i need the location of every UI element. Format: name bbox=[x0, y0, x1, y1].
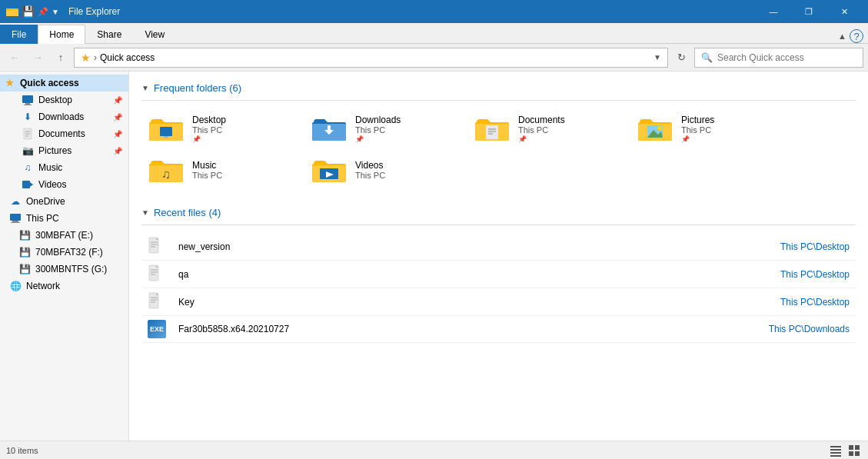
sidebar-label-network: Network bbox=[26, 281, 60, 291]
ribbon-tabs: File Home Share View ▲ ? bbox=[0, 23, 868, 44]
folder-documents-text: Documents This PC 📌 bbox=[518, 115, 565, 143]
sidebar-item-quick-access[interactable]: ★ Quick access bbox=[0, 75, 128, 91]
quick-access-icon: ★ bbox=[3, 77, 15, 89]
installer-icon: EXE bbox=[148, 320, 166, 338]
sidebar-label-30mbfat: 30MBFAT (E:) bbox=[35, 230, 93, 241]
recent-files-header[interactable]: ▼ Recent files (4) bbox=[141, 202, 856, 225]
svg-rect-2 bbox=[22, 95, 33, 103]
sidebar-label-videos: Videos bbox=[38, 179, 66, 190]
doc-icon bbox=[148, 237, 163, 254]
sidebar-item-videos[interactable]: Videos bbox=[0, 176, 128, 193]
folder-documents[interactable]: Documents This PC 📌 bbox=[467, 108, 629, 148]
table-row[interactable]: EXE Far30b5858.x64.20210727 This PC\Down… bbox=[141, 316, 856, 343]
svg-rect-15 bbox=[160, 127, 172, 136]
folder-videos[interactable]: Videos This PC bbox=[304, 150, 466, 190]
svg-rect-52 bbox=[855, 451, 860, 456]
sidebar-item-network[interactable]: 🌐 Network bbox=[0, 278, 128, 294]
sidebar-item-30mbfat[interactable]: 💾 30MBFAT (E:) bbox=[0, 227, 128, 244]
sidebar-item-music[interactable]: ♫ Music bbox=[0, 159, 128, 176]
tab-view[interactable]: View bbox=[133, 25, 176, 44]
minimize-button[interactable]: — bbox=[756, 0, 791, 23]
main-area: ★ Quick access Desktop 📌 ⬇ Downloads 📌 D… bbox=[0, 72, 868, 441]
sidebar-item-pictures[interactable]: 📷 Pictures 📌 bbox=[0, 142, 128, 159]
sidebar-label-music: Music bbox=[38, 162, 62, 173]
folder-pictures-text: Pictures This PC 📌 bbox=[681, 115, 714, 143]
tab-share[interactable]: Share bbox=[85, 25, 133, 44]
svg-rect-46 bbox=[830, 449, 841, 451]
sidebar-label-pictures: Pictures bbox=[38, 145, 72, 156]
drive-g-icon: 💾 bbox=[18, 263, 31, 275]
table-row[interactable]: qa This PC\Desktop bbox=[141, 261, 856, 288]
svg-rect-48 bbox=[830, 455, 841, 457]
svg-rect-20 bbox=[486, 125, 498, 139]
address-path[interactable]: ★ › Quick access ▼ bbox=[74, 48, 668, 68]
tab-file[interactable]: File bbox=[0, 25, 38, 44]
forward-button[interactable]: → bbox=[28, 48, 48, 68]
this-pc-icon bbox=[9, 212, 22, 225]
file-path-key: This PC\Desktop bbox=[561, 288, 856, 316]
drive-e-icon: 💾 bbox=[18, 229, 31, 241]
sidebar-label-downloads: Downloads bbox=[38, 111, 84, 122]
sidebar-item-documents[interactable]: Documents 📌 bbox=[0, 125, 128, 142]
title-bar-icons: 💾 📌 ▼ bbox=[6, 5, 59, 18]
ribbon-collapse-icon[interactable]: ▲ bbox=[838, 32, 846, 41]
folder-downloads-name: Downloads bbox=[355, 115, 401, 125]
svg-rect-3 bbox=[25, 103, 30, 105]
title-bar: 💾 📌 ▼ File Explorer — ❐ ✕ bbox=[0, 0, 868, 23]
pictures-pin-icon: 📌 bbox=[113, 147, 122, 155]
downloads-pin-icon: 📌 bbox=[113, 113, 122, 121]
svg-rect-13 bbox=[11, 222, 20, 223]
folder-music[interactable]: ♫ Music This PC bbox=[141, 150, 303, 190]
help-icon[interactable]: ? bbox=[850, 29, 863, 43]
folder-downloads-pin: 📌 bbox=[355, 135, 401, 143]
svg-rect-51 bbox=[849, 451, 853, 456]
sidebar-item-downloads[interactable]: ⬇ Downloads 📌 bbox=[0, 108, 128, 125]
folder-music-name: Music bbox=[192, 160, 222, 171]
maximize-button[interactable]: ❐ bbox=[791, 0, 826, 23]
sidebar: ★ Quick access Desktop 📌 ⬇ Downloads 📌 D… bbox=[0, 72, 129, 441]
sidebar-item-70mbfat32[interactable]: 💾 70MBFAT32 (F:) bbox=[0, 244, 128, 261]
folder-desktop[interactable]: Desktop This PC 📌 bbox=[141, 108, 303, 148]
table-row[interactable]: new_version This PC\Desktop bbox=[141, 233, 856, 261]
sidebar-item-this-pc[interactable]: This PC bbox=[0, 210, 128, 227]
title-dropdown[interactable]: ▼ bbox=[52, 8, 59, 16]
folder-pictures-sub: This PC bbox=[681, 125, 714, 135]
documents-pin-icon: 📌 bbox=[113, 130, 122, 138]
sidebar-item-300mbntfs[interactable]: 💾 300MBNTFS (G:) bbox=[0, 261, 128, 278]
window-controls: — ❐ ✕ bbox=[756, 0, 862, 23]
svg-rect-1 bbox=[6, 8, 12, 11]
folder-desktop-name: Desktop bbox=[192, 115, 226, 125]
sidebar-item-desktop[interactable]: Desktop 📌 bbox=[0, 91, 128, 108]
frequent-folders-header[interactable]: ▼ Frequent folders (6) bbox=[141, 78, 856, 101]
back-button[interactable]: ← bbox=[5, 48, 25, 68]
search-input[interactable] bbox=[717, 52, 856, 63]
svg-rect-12 bbox=[12, 221, 18, 222]
close-button[interactable]: ✕ bbox=[826, 0, 862, 23]
refresh-button[interactable]: ↻ bbox=[671, 48, 691, 68]
recent-files-title: Recent files (4) bbox=[154, 207, 221, 218]
folder-pictures[interactable]: Pictures This PC 📌 bbox=[630, 108, 792, 148]
desktop-icon bbox=[22, 94, 34, 106]
app-icon bbox=[6, 5, 18, 18]
details-view-icon[interactable] bbox=[828, 443, 843, 458]
svg-text:♫: ♫ bbox=[161, 168, 171, 181]
folder-downloads[interactable]: Downloads This PC 📌 bbox=[304, 108, 466, 148]
folder-pictures-icon bbox=[637, 113, 673, 144]
music-icon: ♫ bbox=[22, 161, 34, 174]
table-row[interactable]: Key This PC\Desktop bbox=[141, 288, 856, 316]
up-button[interactable]: ↑ bbox=[51, 48, 71, 68]
svg-rect-4 bbox=[24, 105, 32, 105]
folder-downloads-icon bbox=[311, 113, 348, 144]
folder-videos-icon bbox=[311, 155, 348, 185]
sidebar-label-onedrive: OneDrive bbox=[26, 196, 65, 207]
network-icon: 🌐 bbox=[9, 280, 22, 292]
address-dropdown-icon[interactable]: ▼ bbox=[653, 53, 661, 62]
folder-videos-sub: This PC bbox=[355, 171, 385, 180]
search-box[interactable]: 🔍 bbox=[694, 48, 863, 68]
pictures-icon: 📷 bbox=[22, 145, 34, 157]
sidebar-item-onedrive[interactable]: ☁ OneDrive bbox=[0, 193, 128, 210]
svg-rect-16 bbox=[164, 136, 168, 138]
window-title: File Explorer bbox=[68, 6, 751, 17]
large-icons-view-icon[interactable] bbox=[846, 443, 862, 458]
tab-home[interactable]: Home bbox=[38, 25, 85, 44]
